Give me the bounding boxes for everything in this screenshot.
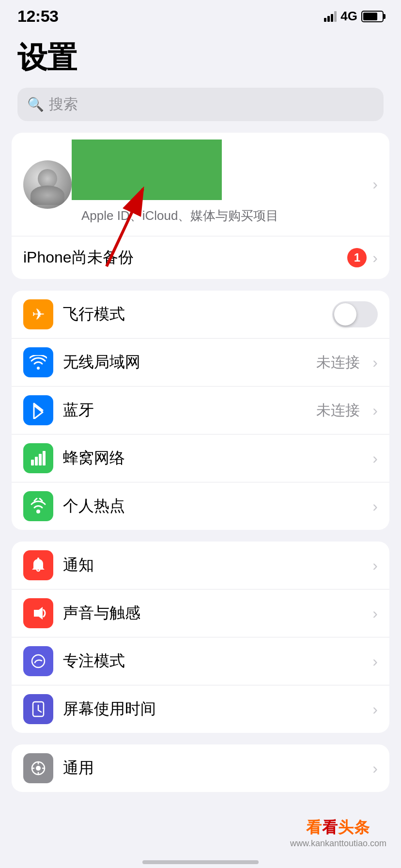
airplane-icon: ✈ [23, 299, 53, 329]
battery-fill [363, 13, 377, 20]
watermark-text3: 头条 [338, 819, 370, 836]
signal-icon [324, 11, 337, 22]
home-indicator [142, 860, 259, 864]
svg-marker-7 [34, 607, 43, 620]
row-wifi-value: 未连接 [316, 353, 360, 372]
row-general[interactable]: 通用 › [12, 744, 389, 792]
svg-point-6 [36, 510, 40, 513]
row-sounds-label: 声音与触感 [63, 603, 363, 624]
row-screentime[interactable]: 屏幕使用时间 › [12, 685, 389, 733]
profile-info: Apple ID、iCloud、媒体与购买项目 [72, 144, 372, 224]
status-icons: 4G [324, 9, 384, 24]
row-cellular[interactable]: 蜂窝网络 › [12, 434, 389, 482]
svg-rect-3 [35, 457, 38, 465]
sounds-icon [23, 598, 53, 628]
green-overlay [72, 140, 222, 200]
row-bluetooth[interactable]: 蓝牙 未连接 › [12, 387, 389, 434]
row-bluetooth-label: 蓝牙 [63, 400, 307, 421]
search-placeholder: 搜索 [49, 94, 78, 114]
sounds-chevron: › [372, 604, 378, 622]
row-notifications-label: 通知 [63, 555, 363, 576]
backup-chevron: › [372, 249, 378, 267]
row-focus[interactable]: 专注模式 › [12, 637, 389, 685]
search-icon: 🔍 [27, 96, 44, 112]
focus-icon [23, 646, 53, 676]
status-time: 12:53 [17, 7, 58, 26]
svg-rect-5 [43, 451, 46, 465]
backup-row[interactable]: iPhone尚未备份 1 › [12, 236, 389, 279]
screentime-chevron: › [372, 700, 378, 718]
general-icon [23, 753, 53, 783]
cellular-icon [23, 443, 53, 473]
row-screentime-label: 屏幕使用时间 [63, 698, 363, 720]
hotspot-chevron: › [372, 497, 378, 515]
row-sounds[interactable]: 声音与触感 › [12, 589, 389, 637]
svg-rect-2 [31, 460, 34, 465]
battery [361, 11, 384, 22]
row-wifi[interactable]: 无线局域网 未连接 › [12, 339, 389, 387]
airplane-toggle[interactable] [332, 301, 378, 327]
backup-right: 1 › [347, 248, 378, 267]
search-container: 🔍 搜索 [0, 88, 401, 133]
row-wifi-label: 无线局域网 [63, 352, 307, 373]
profile-chevron: › [372, 175, 378, 193]
cellular-chevron: › [372, 450, 378, 467]
row-airplane-label: 飞行模式 [63, 304, 323, 325]
hotspot-icon [23, 491, 53, 521]
watermark-brand: 看看头条 [290, 817, 386, 838]
profile-row[interactable]: Apple ID、iCloud、媒体与购买项目 › [12, 133, 389, 236]
watermark-text2: 看 [322, 819, 338, 836]
row-focus-label: 专注模式 [63, 651, 363, 672]
avatar [23, 160, 72, 209]
backup-label: iPhone尚未备份 [23, 247, 134, 268]
notification-section: 通知 › 声音与触感 › 专注模式 › [12, 542, 389, 733]
svg-point-10 [36, 766, 41, 771]
row-cellular-label: 蜂窝网络 [63, 448, 363, 469]
row-general-label: 通用 [63, 758, 363, 779]
general-section: 通用 › [12, 744, 389, 792]
watermark: 看看头条 www.kankanttoutiao.com [290, 817, 386, 849]
status-bar: 12:53 4G [0, 0, 401, 30]
wifi-icon [23, 347, 53, 377]
row-bluetooth-value: 未连接 [316, 401, 360, 420]
battery-icon [361, 11, 384, 22]
bluetooth-chevron: › [372, 402, 378, 419]
bluetooth-icon [23, 395, 53, 425]
profile-card: Apple ID、iCloud、媒体与购买项目 › iPhone尚未备份 1 › [12, 133, 389, 279]
row-notifications[interactable]: 通知 › [12, 542, 389, 589]
network-section: ✈ 飞行模式 无线局域网 未连接 › 蓝牙 未连接 › [12, 291, 389, 530]
notifications-chevron: › [372, 557, 378, 574]
svg-rect-4 [39, 454, 42, 465]
focus-chevron: › [372, 652, 378, 670]
wifi-chevron: › [372, 354, 378, 372]
row-hotspot-label: 个人热点 [63, 496, 363, 517]
profile-subtitle: Apple ID、iCloud、媒体与购买项目 [81, 207, 372, 224]
backup-badge: 1 [347, 248, 367, 267]
row-airplane[interactable]: ✈ 飞行模式 [12, 291, 389, 339]
search-bar[interactable]: 🔍 搜索 [17, 88, 384, 121]
screentime-icon [23, 694, 53, 724]
general-chevron: › [372, 760, 378, 777]
watermark-text1: 看 [306, 819, 322, 836]
network-type: 4G [340, 9, 357, 24]
toggle-thumb [334, 303, 356, 326]
row-hotspot[interactable]: 个人热点 › [12, 482, 389, 530]
watermark-url: www.kankanttoutiao.com [290, 838, 386, 849]
page-title: 设置 [0, 30, 401, 88]
notifications-icon [23, 550, 53, 580]
